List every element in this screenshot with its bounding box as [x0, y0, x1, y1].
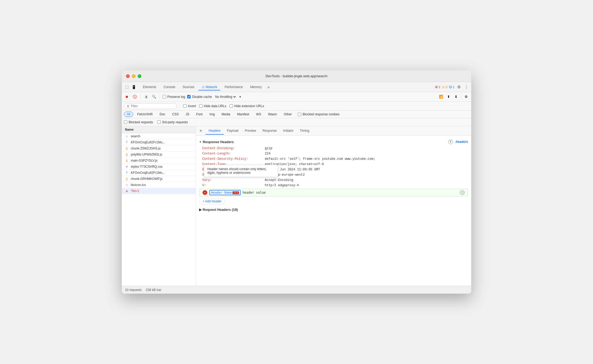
extra-checkboxes-bar: Blocked requests 3rd-party requests — [122, 118, 471, 126]
list-item[interactable]: T KFOmCnqEu92Fr1Mu... — [122, 139, 196, 145]
tab-network[interactable]: ⚠ Network — [199, 84, 220, 90]
filter-icon[interactable]: ⧖ — [143, 94, 149, 100]
devtools-tabs: ⬚ 📱 Elements Console Sources ⚠ Network P… — [122, 82, 471, 92]
hide-data-urls-input[interactable] — [199, 104, 203, 108]
type-btn-all[interactable]: All — [124, 112, 133, 117]
add-header-button[interactable]: + Add header — [199, 198, 225, 204]
custom-header-delete-button[interactable]: × — [203, 190, 207, 195]
toolbar-divider-2 — [160, 94, 160, 99]
titlebar: DevTools - bubble-jingle.web.app/search — [122, 70, 471, 82]
clear-button[interactable]: 🚫 — [132, 94, 138, 100]
js-icon: {} — [125, 159, 129, 162]
list-item[interactable]: {} polyfills-UPW4ZMSI.js — [122, 152, 196, 158]
img-icon: ⬡ — [125, 183, 129, 187]
header-value: gzip — [265, 147, 465, 150]
type-btn-doc[interactable]: Doc — [157, 112, 168, 117]
request-items: □ search T KFOmCnqEu92Fr1Mu... {} chunk-… — [122, 133, 196, 286]
type-btn-js[interactable]: JS — [183, 112, 192, 117]
preserve-log-input[interactable] — [163, 95, 166, 98]
list-item[interactable]: {} main-G3PZY5LV.js — [122, 158, 196, 164]
import-icon[interactable]: ⬆ — [446, 94, 451, 100]
status-bar: 10 requests 238 kB trar — [122, 286, 471, 294]
blocked-requests-input[interactable] — [124, 120, 127, 124]
invert-checkbox[interactable]: Invert — [183, 104, 196, 108]
hide-data-urls-checkbox[interactable]: Hide data URLs — [199, 104, 226, 108]
type-btn-media[interactable]: Media — [219, 112, 233, 117]
invert-input[interactable] — [183, 104, 187, 108]
network-settings-icon[interactable]: ⚙ — [463, 94, 469, 100]
tab-elements[interactable]: Elements — [140, 84, 159, 90]
export-icon[interactable]: ⬇ — [453, 94, 459, 100]
list-item[interactable]: # styles-T73CSHRQ.css — [122, 164, 196, 170]
preserve-log-checkbox[interactable]: Preserve log — [163, 95, 185, 99]
toolbar-divider-1 — [140, 94, 141, 99]
response-headers-section[interactable]: ▼ Response Headers ? .headers — [196, 138, 471, 146]
third-party-checkbox[interactable]: 3rd-party requests — [157, 120, 188, 124]
filter-input[interactable] — [131, 104, 168, 108]
disable-cache-checkbox[interactable]: Disable cache — [187, 95, 212, 99]
tab-console[interactable]: Console — [160, 84, 178, 90]
type-btn-fetch[interactable]: Fetch/XHR — [134, 112, 156, 117]
list-item[interactable]: ⬡ favicon.ico — [122, 182, 196, 188]
blocked-requests-checkbox[interactable]: Blocked requests — [124, 120, 153, 124]
type-btn-manifest[interactable]: Manifest — [234, 112, 252, 117]
devtools-more-icon[interactable]: ⋮ — [463, 84, 469, 90]
detail-tab-initiator[interactable]: Initiator — [280, 127, 296, 135]
hide-ext-checkbox[interactable]: Hide extension URLs — [230, 104, 264, 108]
type-btn-css[interactable]: CSS — [169, 112, 182, 117]
type-btn-font[interactable]: Font — [193, 112, 205, 117]
list-item[interactable]: {} chunk-Z5WZJGHS.js — [122, 145, 196, 152]
blocked-cookies-checkbox[interactable]: Blocked response cookies — [298, 112, 339, 116]
error-count-badge: ⊗ 2 — [435, 85, 440, 89]
tab-memory[interactable]: Memory — [247, 84, 265, 90]
select-element-icon[interactable]: ⬚ — [124, 84, 130, 90]
tab-sources[interactable]: Sources — [179, 84, 197, 90]
close-detail-button[interactable]: ✕ — [198, 128, 203, 134]
detail-tab-headers[interactable]: Headers — [205, 127, 224, 135]
headers-file-link[interactable]: .headers — [455, 140, 468, 144]
list-item[interactable]: □ search — [122, 133, 196, 139]
search-button[interactable]: 🔍 — [151, 94, 157, 100]
help-icon[interactable]: ? — [448, 139, 453, 144]
tab-performance[interactable]: Performance — [221, 84, 246, 90]
custom-header-value-field[interactable]: header value — [243, 191, 458, 194]
header-name: Content-Length: — [202, 152, 260, 156]
more-tabs-button[interactable]: » — [266, 84, 271, 90]
type-btn-ws[interactable]: WS — [253, 112, 264, 117]
device-toolbar-icon[interactable]: 📱 — [131, 84, 137, 90]
type-btn-wasm[interactable]: Wasm — [265, 112, 280, 117]
wifi-icon[interactable]: 📶 — [438, 94, 444, 100]
list-item[interactable]: {} chunk-GRHMKOWP.js — [122, 176, 196, 182]
minimize-button[interactable] — [132, 74, 136, 78]
disable-cache-input[interactable] — [187, 95, 191, 98]
detail-tab-preview[interactable]: Preview — [242, 127, 259, 135]
close-button[interactable] — [126, 74, 130, 78]
type-btn-img[interactable]: Img — [206, 112, 218, 117]
devtools-settings-icon[interactable]: ⚙ — [456, 84, 462, 90]
type-btn-other[interactable]: Other — [281, 112, 295, 117]
detail-tab-payload[interactable]: Payload — [224, 127, 241, 135]
window-title: DevTools - bubble-jingle.web.app/search — [266, 74, 327, 78]
headers-panel: ▼ Response Headers ? .headers Content-En… — [196, 136, 471, 286]
js-icon: {} — [125, 177, 129, 181]
filter-options: Invert Hide data URLs Hide extension URL… — [183, 104, 264, 108]
header-value: application/json; charset=utf-8 — [265, 162, 465, 166]
header-row: Content-Security-Policy: default-src 'se… — [196, 156, 471, 162]
traffic-lights — [126, 74, 141, 78]
blocked-cookies-input[interactable] — [298, 113, 301, 116]
header-row: Content-Length: 224 — [196, 151, 471, 156]
request-headers-section[interactable]: ▶ Request Headers (19) — [196, 206, 471, 213]
throttle-select[interactable]: No throttling — [214, 95, 237, 99]
tab-toolbar-icons: ⬚ 📱 — [124, 84, 137, 90]
third-party-input[interactable] — [157, 120, 161, 124]
hide-ext-input[interactable] — [230, 104, 233, 108]
custom-header-info-icon[interactable]: ⓘ — [460, 190, 465, 195]
maximize-button[interactable] — [138, 74, 141, 78]
custom-header-name-field[interactable]: Header-Name!!! — [209, 190, 241, 195]
list-item-error[interactable]: ⊗ ?lvl=1 — [122, 188, 196, 194]
detail-tab-timing[interactable]: Timing — [297, 127, 313, 135]
detail-tab-response[interactable]: Response — [259, 127, 280, 135]
list-item[interactable]: T KFOmCnqEu92Fr1Mu... — [122, 170, 196, 176]
toolbar-divider-3 — [461, 94, 461, 99]
record-button[interactable]: ⏺ — [124, 94, 130, 100]
